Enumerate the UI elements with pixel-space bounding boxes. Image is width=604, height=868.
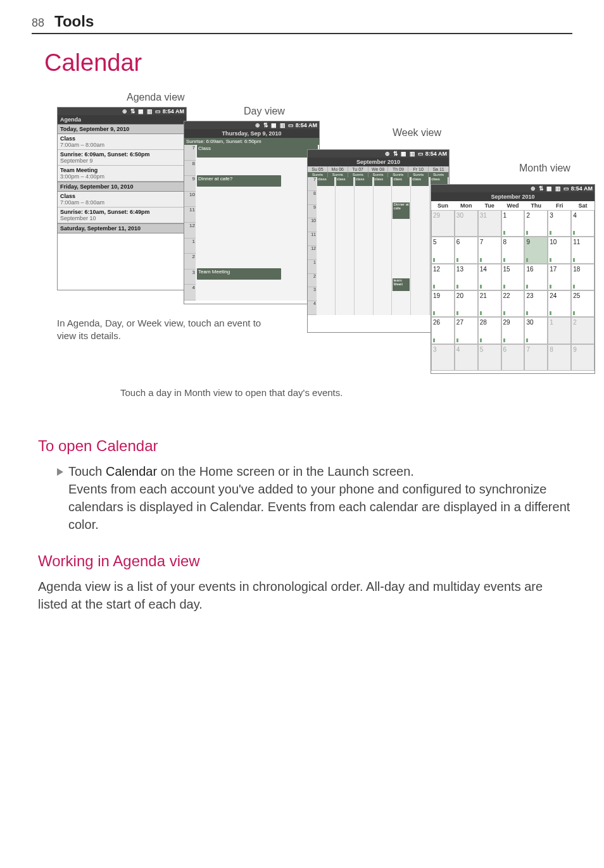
battery-icon: ▭ — [563, 185, 569, 192]
month-cell[interactable]: 22 — [501, 290, 525, 317]
month-cell[interactable]: 11 — [571, 237, 595, 263]
status-bar: ⊕ ⇅ ▦ ▥ ▭ 8:54 AM — [308, 150, 449, 158]
label-day: Day view — [244, 106, 285, 117]
month-cell[interactable]: 8 — [548, 344, 571, 371]
month-cell[interactable]: 23 — [524, 290, 548, 317]
month-cell[interactable]: 8 — [501, 237, 525, 263]
agenda-friday: Friday, September 10, 2010 — [58, 182, 186, 192]
event-dinner[interactable]: Dinner at cafe? — [197, 175, 281, 187]
open-paragraph: Events from each account you've added to… — [68, 480, 572, 533]
agenda-title-bar: Agenda — [58, 115, 186, 124]
month-cell[interactable]: 4 — [571, 210, 595, 237]
month-cell[interactable]: 1 — [548, 317, 571, 344]
agenda-item[interactable]: Class7:00am – 8:00am — [58, 134, 186, 150]
month-cell[interactable]: 30 — [524, 317, 548, 344]
month-cell[interactable]: 19 — [431, 290, 455, 317]
label-month: Month view — [519, 163, 570, 174]
month-cell[interactable]: 21 — [478, 290, 501, 317]
day-header: Thursday, Sep 9, 2010 — [184, 129, 319, 138]
event-team[interactable]: Team Meeting — [197, 268, 281, 280]
bullet-open-calendar: Touch Calendar on the Home screen or in … — [57, 462, 572, 480]
agenda-item[interactable]: Sunrise: 6:09am, Sunset: 6:50pmSeptember… — [58, 150, 186, 166]
day-screenshot: ⊕ ⇅ ▦ ▥ ▭ 8:54 AM Thursday, Sep 9, 2010 … — [184, 121, 320, 304]
label-week: Week view — [393, 127, 441, 139]
header-title: Tools — [54, 13, 94, 30]
month-cell[interactable]: 27 — [455, 317, 478, 344]
month-cell[interactable]: 26 — [431, 317, 455, 344]
page-header: 88 Tools — [32, 13, 572, 34]
page-number: 88 — [32, 16, 44, 30]
status-icons: ⊕ ⇅ ▦ ▥ — [122, 108, 153, 115]
month-cell[interactable]: 7 — [524, 344, 548, 371]
agenda-screenshot: ⊕ ⇅ ▦ ▥ ▭ 8:54 AM Agenda Today, Septembe… — [57, 107, 187, 290]
day-cells[interactable]: Class Dinner at cafe? Team Meeting — [196, 145, 319, 301]
battery-icon: ▭ — [155, 108, 161, 115]
status-bar: ⊕ ⇅ ▦ ▥ ▭ 8:54 AM — [431, 185, 595, 192]
status-icons: ⊕ ⇅ ▦ ▥ — [255, 122, 286, 128]
month-cell[interactable]: 28 — [478, 317, 501, 344]
month-screenshot: ⊕ ⇅ ▦ ▥ ▭ 8:54 AM September 2010 SunMonT… — [431, 184, 595, 374]
month-cell[interactable]: 13 — [455, 264, 478, 290]
month-cell[interactable]: 1 — [501, 210, 525, 237]
status-bar: ⊕ ⇅ ▦ ▥ ▭ 8:54 AM — [184, 121, 319, 129]
month-cell[interactable]: 10 — [548, 237, 571, 263]
month-cell[interactable]: 24 — [548, 290, 571, 317]
status-icons: ⊕ ⇅ ▦ ▥ — [385, 151, 416, 157]
month-cell[interactable]: 7 — [478, 237, 501, 263]
month-cell[interactable]: 16 — [524, 264, 548, 290]
month-cell[interactable]: 3 — [548, 210, 571, 237]
month-cell[interactable]: 3 — [431, 344, 455, 371]
agenda-item[interactable]: Team Meeting3:00pm – 4:00pm — [58, 166, 186, 182]
month-grid[interactable]: 2930311234567891011121314151617181920212… — [431, 210, 595, 371]
section-agenda-view: Working in Agenda view — [38, 552, 572, 570]
week-columns[interactable]: class class class class classDinner at c… — [317, 177, 449, 315]
month-cell[interactable]: 6 — [455, 237, 478, 263]
caption-left: In Agenda, Day, or Week view, touch an e… — [57, 317, 272, 342]
month-cell[interactable]: 18 — [571, 264, 595, 290]
week-screenshot: ⊕ ⇅ ▦ ▥ ▭ 8:54 AM September 2010 Su 05Mo… — [307, 149, 450, 333]
month-cell[interactable]: 12 — [431, 264, 455, 290]
month-cell[interactable]: 4 — [455, 344, 478, 371]
week-hour-gutter: 7891011121234 — [308, 177, 317, 315]
event-dinner[interactable]: Dinner at cafe — [393, 202, 410, 219]
month-cell[interactable]: 2 — [524, 210, 548, 237]
month-cell[interactable]: 20 — [455, 290, 478, 317]
status-icons: ⊕ ⇅ ▦ ▥ — [531, 185, 562, 192]
month-cell[interactable]: 25 — [571, 290, 595, 317]
status-bar: ⊕ ⇅ ▦ ▥ ▭ 8:54 AM — [58, 108, 186, 115]
week-allday-row: SunrisSunrisSunrisSunrisSunrisSunrisSunr… — [308, 172, 449, 177]
month-cell[interactable]: 14 — [478, 264, 501, 290]
agenda-paragraph: Agenda view is a list of your events in … — [38, 578, 572, 613]
event-class[interactable]: Class — [197, 145, 318, 158]
month-cell[interactable]: 5 — [431, 237, 455, 263]
section-open-calendar: To open Calendar — [38, 437, 572, 455]
day-sunrise: Sunrise: 6:09am, Sunset: 6:50pm — [184, 138, 319, 145]
status-time: 8:54 AM — [571, 185, 593, 192]
month-cell[interactable]: 29 — [431, 210, 455, 237]
agenda-item[interactable]: Class7:00am – 8:00am — [58, 192, 186, 208]
battery-icon: ▭ — [288, 122, 294, 128]
month-cell[interactable]: 9 — [571, 344, 595, 371]
agenda-saturday: Saturday, September 11, 2010 — [58, 223, 186, 233]
month-cell[interactable]: 2 — [571, 317, 595, 344]
month-dow-row: SunMonTueWedThuFriSat — [431, 201, 595, 210]
status-time: 8:54 AM — [425, 151, 447, 157]
month-cell[interactable]: 17 — [548, 264, 571, 290]
month-header: September 2010 — [431, 192, 595, 201]
month-cell[interactable]: 6 — [501, 344, 525, 371]
label-agenda: Agenda view — [127, 92, 185, 103]
week-header: September 2010 — [308, 158, 449, 166]
month-cell[interactable]: 31 — [478, 210, 501, 237]
caption-bottom: Touch a day in Month view to open that d… — [120, 387, 424, 399]
screenshots-figure: Agenda view Day view Week view Month vie… — [57, 89, 572, 418]
month-cell[interactable]: 15 — [501, 264, 525, 290]
agenda-item[interactable]: Sunrise: 6:10am, Sunset: 6:49pmSeptember… — [58, 208, 186, 223]
month-cell[interactable]: 9 — [524, 237, 548, 263]
event-team[interactable]: team Meeti — [393, 278, 410, 291]
agenda-today: Today, September 9, 2010 — [58, 124, 186, 134]
triangle-bullet-icon — [57, 468, 63, 476]
month-cell[interactable]: 29 — [501, 317, 525, 344]
month-cell[interactable]: 5 — [478, 344, 501, 371]
status-time: 8:54 AM — [163, 108, 184, 115]
month-cell[interactable]: 30 — [455, 210, 478, 237]
